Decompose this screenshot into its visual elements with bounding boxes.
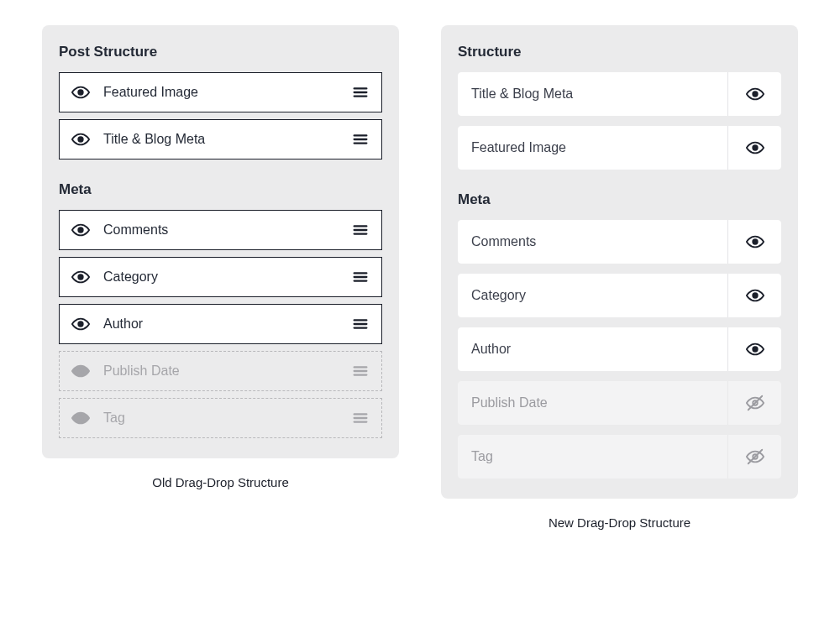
svg-point-16 xyxy=(78,322,83,327)
new-meta-list: Comments Category Author xyxy=(458,220,781,478)
svg-point-8 xyxy=(78,227,83,233)
new-structure-list: Title & Blog Meta Featured Image xyxy=(458,72,781,170)
eye-icon[interactable] xyxy=(71,268,90,286)
item-label: Comments xyxy=(458,220,727,264)
drag-handle-icon[interactable] xyxy=(351,362,370,380)
item-label: Title & Blog Meta xyxy=(103,132,351,147)
svg-point-28 xyxy=(753,92,758,97)
new-meta-heading: Meta xyxy=(458,191,781,208)
visibility-toggle[interactable] xyxy=(727,72,781,116)
eye-off-icon xyxy=(746,447,764,466)
new-structure-item[interactable]: Title & Blog Meta xyxy=(458,72,781,116)
drag-handle-icon[interactable] xyxy=(351,409,370,427)
item-label: Tag xyxy=(103,411,351,426)
eye-icon xyxy=(746,233,764,251)
eye-icon[interactable] xyxy=(71,130,90,149)
svg-point-4 xyxy=(78,137,83,142)
new-caption: New Drag-Drop Structure xyxy=(549,515,690,530)
svg-point-29 xyxy=(753,145,758,150)
svg-point-12 xyxy=(78,275,83,280)
drag-handle-icon[interactable] xyxy=(351,221,370,239)
old-caption: Old Drag-Drop Structure xyxy=(152,475,289,489)
item-label: Author xyxy=(458,327,727,371)
item-label: Author xyxy=(103,316,351,332)
old-structure-item[interactable]: Featured Image xyxy=(59,72,382,112)
item-label: Tag xyxy=(458,435,727,478)
svg-point-0 xyxy=(78,90,83,95)
svg-point-20 xyxy=(78,369,83,374)
item-label: Featured Image xyxy=(103,85,351,100)
old-meta-list: Comments Category xyxy=(59,210,382,438)
new-meta-item-disabled[interactable]: Publish Date xyxy=(458,381,781,425)
visibility-toggle[interactable] xyxy=(727,327,781,371)
visibility-toggle[interactable] xyxy=(727,274,781,317)
eye-icon[interactable] xyxy=(71,83,90,102)
old-meta-item-disabled[interactable]: Publish Date xyxy=(59,351,382,391)
new-panel: Structure Title & Blog Meta Featured Ima… xyxy=(441,25,798,499)
old-meta-item-disabled[interactable]: Tag xyxy=(59,398,382,438)
svg-point-30 xyxy=(753,239,758,244)
svg-point-31 xyxy=(753,293,758,298)
eye-icon[interactable] xyxy=(71,315,90,333)
drag-handle-icon[interactable] xyxy=(351,315,370,333)
eye-icon xyxy=(746,286,764,305)
item-label: Title & Blog Meta xyxy=(458,72,727,116)
visibility-toggle[interactable] xyxy=(727,126,781,170)
eye-icon xyxy=(746,139,764,157)
drag-handle-icon[interactable] xyxy=(351,130,370,149)
old-meta-item[interactable]: Author xyxy=(59,304,382,344)
old-structure-heading: Post Structure xyxy=(59,44,382,60)
old-panel: Post Structure Featured Image Title & B xyxy=(42,25,399,458)
svg-point-24 xyxy=(78,416,83,421)
eye-icon xyxy=(746,85,764,103)
drag-handle-icon[interactable] xyxy=(351,268,370,286)
old-structure-column: Post Structure Featured Image Title & B xyxy=(42,25,399,489)
eye-icon[interactable] xyxy=(71,409,90,427)
eye-off-icon xyxy=(746,394,764,412)
old-meta-item[interactable]: Comments xyxy=(59,210,382,250)
old-structure-list: Featured Image Title & Blog Meta xyxy=(59,72,382,160)
old-meta-heading: Meta xyxy=(59,181,382,198)
item-label: Comments xyxy=(103,222,351,238)
item-label: Publish Date xyxy=(103,363,351,379)
new-structure-heading: Structure xyxy=(458,44,781,60)
svg-point-32 xyxy=(753,347,758,352)
item-label: Category xyxy=(458,274,727,317)
visibility-toggle[interactable] xyxy=(727,220,781,264)
new-meta-item-disabled[interactable]: Tag xyxy=(458,435,781,478)
new-structure-item[interactable]: Featured Image xyxy=(458,126,781,170)
item-label: Featured Image xyxy=(458,126,727,170)
drag-handle-icon[interactable] xyxy=(351,83,370,102)
new-meta-item[interactable]: Author xyxy=(458,327,781,371)
visibility-toggle[interactable] xyxy=(727,435,781,478)
new-meta-item[interactable]: Comments xyxy=(458,220,781,264)
eye-icon xyxy=(746,340,764,358)
eye-icon[interactable] xyxy=(71,221,90,239)
item-label: Publish Date xyxy=(458,381,727,425)
old-structure-item[interactable]: Title & Blog Meta xyxy=(59,119,382,160)
visibility-toggle[interactable] xyxy=(727,381,781,425)
new-structure-column: Structure Title & Blog Meta Featured Ima… xyxy=(441,25,798,530)
new-meta-item[interactable]: Category xyxy=(458,274,781,317)
eye-icon[interactable] xyxy=(71,362,90,380)
item-label: Category xyxy=(103,269,351,285)
old-meta-item[interactable]: Category xyxy=(59,257,382,297)
